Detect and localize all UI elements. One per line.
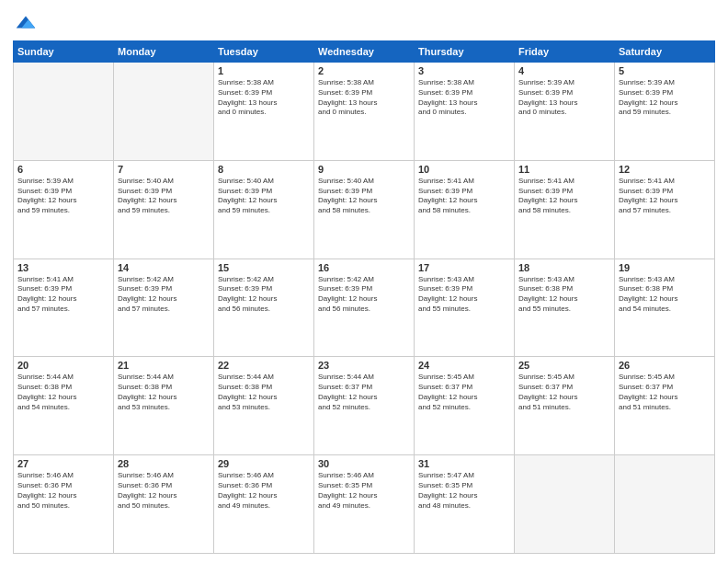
- calendar-week-row: 13 Sunrise: 5:41 AM Sunset: 6:39 PM Dayl…: [14, 259, 715, 357]
- day-info: Sunrise: 5:43 AM Sunset: 6:38 PM Dayligh…: [619, 275, 711, 315]
- logo-icon: [13, 9, 39, 35]
- day-info: Sunrise: 5:42 AM Sunset: 6:39 PM Dayligh…: [318, 275, 410, 315]
- day-info: Sunrise: 5:39 AM Sunset: 6:39 PM Dayligh…: [619, 78, 711, 118]
- day-info: Sunrise: 5:38 AM Sunset: 6:39 PM Dayligh…: [218, 78, 310, 118]
- day-number: 21: [118, 360, 210, 371]
- day-number: 12: [619, 164, 711, 175]
- day-number: 16: [318, 262, 410, 273]
- table-row: [114, 63, 214, 161]
- table-row: [14, 63, 114, 161]
- col-monday: Monday: [114, 41, 214, 63]
- calendar-week-row: 1 Sunrise: 5:38 AM Sunset: 6:39 PM Dayli…: [14, 63, 715, 161]
- table-row: 17 Sunrise: 5:43 AM Sunset: 6:39 PM Dayl…: [415, 259, 515, 357]
- day-info: Sunrise: 5:39 AM Sunset: 6:39 PM Dayligh…: [518, 78, 610, 118]
- day-number: 6: [17, 164, 109, 175]
- day-number: 13: [17, 262, 109, 273]
- table-row: 18 Sunrise: 5:43 AM Sunset: 6:38 PM Dayl…: [515, 259, 615, 357]
- calendar-week-row: 20 Sunrise: 5:44 AM Sunset: 6:38 PM Dayl…: [14, 357, 715, 455]
- col-thursday: Thursday: [415, 41, 515, 63]
- col-friday: Friday: [515, 41, 615, 63]
- col-saturday: Saturday: [615, 41, 715, 63]
- day-info: Sunrise: 5:46 AM Sunset: 6:36 PM Dayligh…: [17, 471, 109, 511]
- day-info: Sunrise: 5:45 AM Sunset: 6:37 PM Dayligh…: [619, 373, 711, 412]
- day-info: Sunrise: 5:44 AM Sunset: 6:38 PM Dayligh…: [118, 373, 210, 412]
- day-number: 19: [619, 262, 711, 273]
- day-number: 27: [17, 458, 109, 469]
- table-row: 26 Sunrise: 5:45 AM Sunset: 6:37 PM Dayl…: [615, 357, 715, 455]
- day-number: 26: [619, 360, 711, 371]
- day-info: Sunrise: 5:44 AM Sunset: 6:38 PM Dayligh…: [218, 373, 310, 412]
- day-number: 4: [518, 65, 610, 76]
- day-info: Sunrise: 5:42 AM Sunset: 6:39 PM Dayligh…: [118, 275, 210, 315]
- table-row: 11 Sunrise: 5:41 AM Sunset: 6:39 PM Dayl…: [515, 160, 615, 259]
- table-row: [515, 455, 615, 554]
- table-row: 31 Sunrise: 5:47 AM Sunset: 6:35 PM Dayl…: [415, 455, 515, 554]
- table-row: 29 Sunrise: 5:46 AM Sunset: 6:36 PM Dayl…: [214, 455, 314, 554]
- calendar-week-row: 6 Sunrise: 5:39 AM Sunset: 6:39 PM Dayli…: [14, 160, 715, 259]
- day-info: Sunrise: 5:42 AM Sunset: 6:39 PM Dayligh…: [218, 275, 310, 315]
- table-row: 23 Sunrise: 5:44 AM Sunset: 6:37 PM Dayl…: [314, 357, 415, 455]
- table-row: 10 Sunrise: 5:41 AM Sunset: 6:39 PM Dayl…: [415, 160, 515, 259]
- table-row: 27 Sunrise: 5:46 AM Sunset: 6:36 PM Dayl…: [14, 455, 114, 554]
- calendar-week-row: 27 Sunrise: 5:46 AM Sunset: 6:36 PM Dayl…: [14, 455, 715, 554]
- day-info: Sunrise: 5:40 AM Sunset: 6:39 PM Dayligh…: [318, 177, 410, 216]
- day-number: 9: [318, 164, 410, 175]
- table-row: 9 Sunrise: 5:40 AM Sunset: 6:39 PM Dayli…: [314, 160, 415, 259]
- table-row: 6 Sunrise: 5:39 AM Sunset: 6:39 PM Dayli…: [14, 160, 114, 259]
- day-info: Sunrise: 5:45 AM Sunset: 6:37 PM Dayligh…: [418, 373, 510, 412]
- col-sunday: Sunday: [14, 41, 114, 63]
- day-number: 3: [418, 65, 510, 76]
- day-info: Sunrise: 5:38 AM Sunset: 6:39 PM Dayligh…: [418, 78, 510, 118]
- day-number: 22: [218, 360, 310, 371]
- header: [13, 9, 715, 35]
- day-number: 15: [218, 262, 310, 273]
- day-info: Sunrise: 5:46 AM Sunset: 6:36 PM Dayligh…: [218, 471, 310, 511]
- col-wednesday: Wednesday: [314, 41, 415, 63]
- table-row: 8 Sunrise: 5:40 AM Sunset: 6:39 PM Dayli…: [214, 160, 314, 259]
- table-row: 15 Sunrise: 5:42 AM Sunset: 6:39 PM Dayl…: [214, 259, 314, 357]
- day-info: Sunrise: 5:38 AM Sunset: 6:39 PM Dayligh…: [318, 78, 410, 118]
- day-info: Sunrise: 5:46 AM Sunset: 6:35 PM Dayligh…: [318, 471, 410, 511]
- day-number: 8: [218, 164, 310, 175]
- day-number: 17: [418, 262, 510, 273]
- table-row: 4 Sunrise: 5:39 AM Sunset: 6:39 PM Dayli…: [515, 63, 615, 161]
- day-number: 28: [118, 458, 210, 469]
- day-info: Sunrise: 5:47 AM Sunset: 6:35 PM Dayligh…: [418, 471, 510, 511]
- day-number: 5: [619, 65, 711, 76]
- day-number: 10: [418, 164, 510, 175]
- day-info: Sunrise: 5:40 AM Sunset: 6:39 PM Dayligh…: [218, 177, 310, 216]
- page: Sunday Monday Tuesday Wednesday Thursday…: [0, 0, 728, 563]
- table-row: 3 Sunrise: 5:38 AM Sunset: 6:39 PM Dayli…: [415, 63, 515, 161]
- day-number: 1: [218, 65, 310, 76]
- table-row: 22 Sunrise: 5:44 AM Sunset: 6:38 PM Dayl…: [214, 357, 314, 455]
- table-row: [615, 455, 715, 554]
- table-row: 25 Sunrise: 5:45 AM Sunset: 6:37 PM Dayl…: [515, 357, 615, 455]
- day-number: 7: [118, 164, 210, 175]
- col-tuesday: Tuesday: [214, 41, 314, 63]
- day-info: Sunrise: 5:41 AM Sunset: 6:39 PM Dayligh…: [518, 177, 610, 216]
- day-number: 20: [17, 360, 109, 371]
- table-row: 28 Sunrise: 5:46 AM Sunset: 6:36 PM Dayl…: [114, 455, 214, 554]
- day-info: Sunrise: 5:45 AM Sunset: 6:37 PM Dayligh…: [518, 373, 610, 412]
- day-info: Sunrise: 5:41 AM Sunset: 6:39 PM Dayligh…: [418, 177, 510, 216]
- day-number: 29: [218, 458, 310, 469]
- day-number: 18: [518, 262, 610, 273]
- day-info: Sunrise: 5:41 AM Sunset: 6:39 PM Dayligh…: [619, 177, 711, 216]
- day-number: 30: [318, 458, 410, 469]
- table-row: 13 Sunrise: 5:41 AM Sunset: 6:39 PM Dayl…: [14, 259, 114, 357]
- day-info: Sunrise: 5:43 AM Sunset: 6:39 PM Dayligh…: [418, 275, 510, 315]
- table-row: 5 Sunrise: 5:39 AM Sunset: 6:39 PM Dayli…: [615, 63, 715, 161]
- day-info: Sunrise: 5:46 AM Sunset: 6:36 PM Dayligh…: [118, 471, 210, 511]
- day-info: Sunrise: 5:43 AM Sunset: 6:38 PM Dayligh…: [518, 275, 610, 315]
- day-info: Sunrise: 5:41 AM Sunset: 6:39 PM Dayligh…: [17, 275, 109, 315]
- table-row: 2 Sunrise: 5:38 AM Sunset: 6:39 PM Dayli…: [314, 63, 415, 161]
- calendar-table: Sunday Monday Tuesday Wednesday Thursday…: [13, 40, 715, 554]
- table-row: 20 Sunrise: 5:44 AM Sunset: 6:38 PM Dayl…: [14, 357, 114, 455]
- day-number: 31: [418, 458, 510, 469]
- table-row: 19 Sunrise: 5:43 AM Sunset: 6:38 PM Dayl…: [615, 259, 715, 357]
- logo: [13, 9, 42, 35]
- table-row: 16 Sunrise: 5:42 AM Sunset: 6:39 PM Dayl…: [314, 259, 415, 357]
- day-number: 23: [318, 360, 410, 371]
- day-info: Sunrise: 5:39 AM Sunset: 6:39 PM Dayligh…: [17, 177, 109, 216]
- day-info: Sunrise: 5:44 AM Sunset: 6:38 PM Dayligh…: [17, 373, 109, 412]
